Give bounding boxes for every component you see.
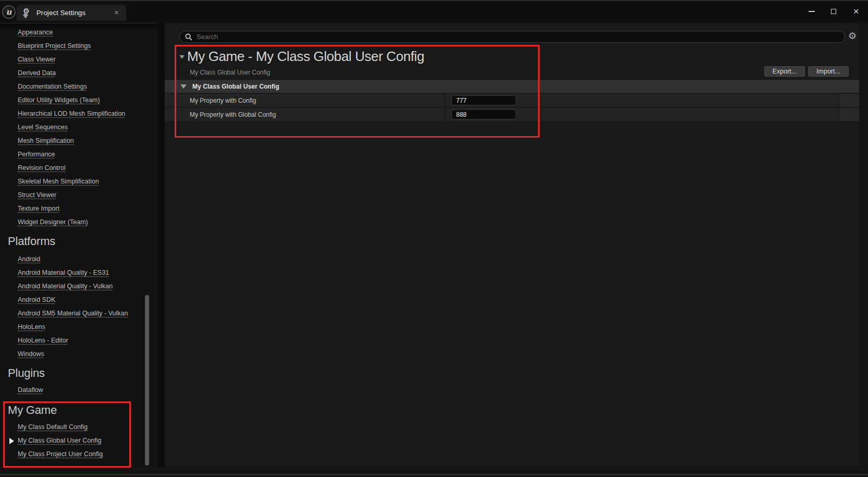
selected-item-arrow-icon <box>9 438 14 444</box>
sidebar-item-hololens[interactable]: HoloLens <box>18 323 45 331</box>
sidebar-item-documentation-settings[interactable]: Documentation Settings <box>18 83 87 90</box>
tab-title: Project Settings <box>36 9 112 17</box>
sidebar-scrollbar-thumb[interactable] <box>145 295 149 466</box>
sidebar-item-hololens-editor[interactable]: HoloLens - Editor <box>18 337 68 344</box>
titlebar[interactable]: u ⚙ Project Settings ✕ ✕ <box>0 1 868 23</box>
sidebar-item-revision-control[interactable]: Revision Control <box>18 164 66 172</box>
property-label: My Property with Global Config <box>190 111 276 118</box>
panel-divider <box>157 23 165 467</box>
property-reset-cell <box>838 108 859 121</box>
window-bottom-edge <box>0 474 868 475</box>
property-label: My Property with Config <box>190 97 256 104</box>
sidebar-item-derived-data[interactable]: Derived Data <box>18 69 56 77</box>
sidebar-item-performance[interactable]: Performance <box>18 151 55 158</box>
sidebar-item-android-mq-es31[interactable]: Android Material Quality - ES31 <box>18 269 109 276</box>
tab-project-settings[interactable]: ⚙ Project Settings ✕ <box>17 5 126 21</box>
sidebar-item-struct-viewer[interactable]: Struct Viewer <box>18 191 56 199</box>
sidebar-header-platforms: Platforms <box>8 235 55 248</box>
section-collapse-caret-icon[interactable] <box>180 84 187 89</box>
category-title: My Game - My Class Global User Config <box>187 48 424 65</box>
search-input[interactable] <box>197 33 839 41</box>
sidebar-item-appearance[interactable]: Appearance <box>18 29 53 36</box>
sidebar-item-my-class-global-user-config[interactable]: My Class Global User Config <box>18 437 101 444</box>
property-row: My Property with Global Config <box>165 108 859 121</box>
property-value-cell <box>446 108 838 121</box>
export-button[interactable]: Export... <box>764 66 805 77</box>
import-button[interactable]: Import... <box>808 66 849 77</box>
window-minimize-button[interactable] <box>801 1 822 22</box>
section-header-label: My Class Global User Config <box>192 83 279 90</box>
sidebar-item-editor-utility-widgets[interactable]: Editor Utility Widgets (Team) <box>18 96 100 104</box>
sidebar-item-android-mq-vulkan[interactable]: Android Material Quality - Vulkan <box>18 283 113 290</box>
sidebar-item-my-class-project-user-config[interactable]: My Class Project User Config <box>18 450 103 458</box>
property-row: My Property with Config <box>165 94 859 107</box>
sidebar-item-texture-import[interactable]: Texture Import <box>18 205 59 212</box>
sidebar-item-skeletal-mesh-simplification[interactable]: Skeletal Mesh Simplification <box>18 178 99 185</box>
sidebar-item-android-sm5-mq-vulkan[interactable]: Android SM5 Material Quality - Vulkan <box>18 310 128 317</box>
tab-close-icon[interactable]: ✕ <box>112 8 121 17</box>
sidebar-item-widget-designer[interactable]: Widget Designer (Team) <box>18 218 88 226</box>
window-maximize-button[interactable] <box>823 1 844 22</box>
sidebar-item-mesh-simplification[interactable]: Mesh Simplification <box>18 137 74 144</box>
property-name-cell: My Property with Config <box>165 94 446 107</box>
search-bar[interactable] <box>179 31 845 43</box>
sidebar-item-hierarchical-lod[interactable]: Hierarchical LOD Mesh Simplification <box>18 110 125 117</box>
sidebar-item-level-sequences[interactable]: Level Sequences <box>18 124 68 131</box>
project-settings-window: u ⚙ Project Settings ✕ ✕ Appearance Blue… <box>0 0 868 477</box>
sidebar-header-plugins: Plugins <box>8 366 45 380</box>
property-value-input[interactable] <box>451 109 516 119</box>
project-settings-icon: ⚙ <box>22 8 31 18</box>
category-subtitle: My Class Global User Config <box>190 69 270 76</box>
search-icon <box>185 33 192 41</box>
settings-gear-icon[interactable]: ⚙ <box>848 30 857 42</box>
sidebar-item-my-class-default-config[interactable]: My Class Default Config <box>18 423 88 431</box>
sidebar-item-blueprint-project-settings[interactable]: Blueprint Project Settings <box>18 42 91 50</box>
sidebar-item-class-viewer[interactable]: Class Viewer <box>18 56 56 63</box>
property-name-cell: My Property with Global Config <box>165 108 446 121</box>
sidebar-item-android[interactable]: Android <box>18 255 40 263</box>
sidebar-item-android-sdk[interactable]: Android SDK <box>18 296 55 303</box>
property-value-input[interactable] <box>451 95 516 105</box>
property-reset-cell <box>838 94 859 107</box>
property-value-cell <box>446 94 838 107</box>
unreal-engine-logo-icon: u <box>2 5 16 19</box>
section-header-row[interactable]: My Class Global User Config <box>165 80 859 93</box>
sidebar-item-windows[interactable]: Windows <box>18 350 44 358</box>
sidebar-item-dataflow[interactable]: Dataflow <box>18 386 43 394</box>
category-collapse-caret-icon[interactable] <box>179 55 185 59</box>
sidebar-header-my-game: My Game <box>8 403 57 417</box>
settings-main-panel: ⚙ My Game - My Class Global User Config … <box>165 23 859 467</box>
window-close-button[interactable]: ✕ <box>846 1 866 22</box>
